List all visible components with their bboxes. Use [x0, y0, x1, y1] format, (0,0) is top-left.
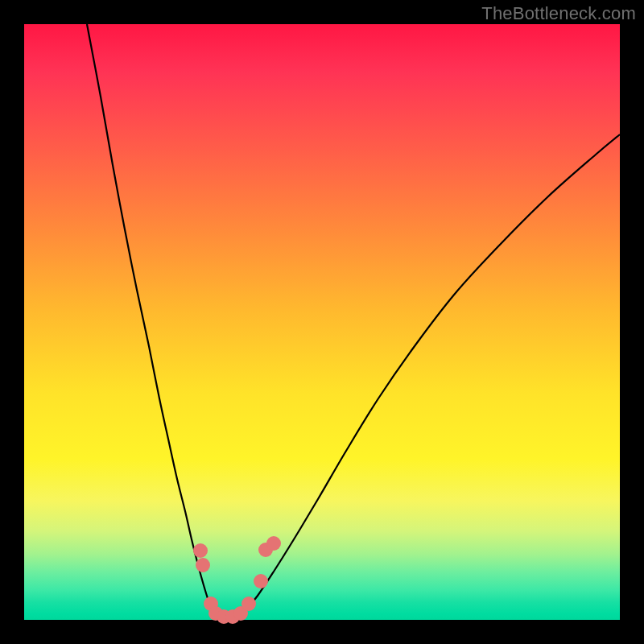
data-point [196, 558, 210, 572]
data-point [242, 597, 256, 611]
watermark-text: TheBottleneck.com [481, 3, 636, 24]
data-point [266, 536, 281, 551]
left-curve [87, 24, 217, 618]
bottleneck-dots [193, 536, 281, 624]
chart-plot-area [24, 24, 620, 620]
right-curve [237, 134, 620, 618]
data-point [254, 574, 268, 588]
chart-svg [24, 24, 620, 620]
data-point [193, 543, 208, 558]
